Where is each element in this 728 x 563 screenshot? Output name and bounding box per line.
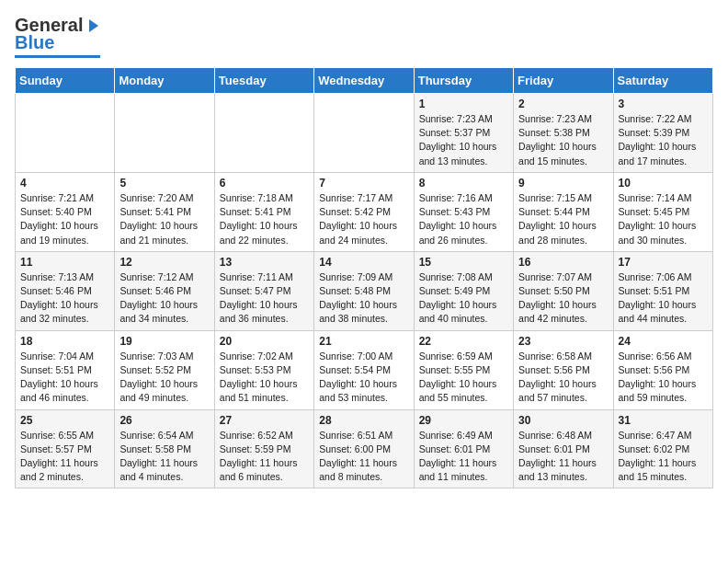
day-info: Sunrise: 6:51 AM Sunset: 6:00 PM Dayligh…: [319, 429, 408, 485]
day-info: Sunrise: 7:23 AM Sunset: 5:38 PM Dayligh…: [518, 112, 608, 168]
day-number: 3: [619, 98, 708, 110]
day-info: Sunrise: 7:12 AM Sunset: 5:46 PM Dayligh…: [119, 270, 209, 327]
day-number: 19: [119, 335, 209, 348]
calendar-cell: 25Sunrise: 6:55 AM Sunset: 5:57 PM Dayli…: [16, 409, 115, 488]
day-number: 17: [619, 256, 708, 269]
day-info: Sunrise: 7:04 AM Sunset: 5:51 PM Dayligh…: [20, 350, 109, 406]
calendar-cell: [115, 94, 214, 173]
calendar-week-row: 25Sunrise: 6:55 AM Sunset: 5:57 PM Dayli…: [16, 409, 713, 488]
day-info: Sunrise: 7:14 AM Sunset: 5:45 PM Dayligh…: [619, 191, 708, 247]
day-info: Sunrise: 7:07 AM Sunset: 5:50 PM Dayligh…: [518, 270, 608, 327]
day-number: 1: [419, 98, 508, 110]
calendar-cell: 5Sunrise: 7:20 AM Sunset: 5:41 PM Daylig…: [115, 172, 214, 251]
calendar-cell: 24Sunrise: 6:56 AM Sunset: 5:56 PM Dayli…: [613, 330, 712, 409]
day-info: Sunrise: 7:23 AM Sunset: 5:37 PM Dayligh…: [419, 112, 508, 168]
calendar-cell: 29Sunrise: 6:49 AM Sunset: 6:01 PM Dayli…: [414, 409, 513, 488]
calendar-cell: 22Sunrise: 6:59 AM Sunset: 5:55 PM Dayli…: [414, 330, 513, 409]
day-number: 8: [419, 177, 508, 190]
calendar-cell: 3Sunrise: 7:22 AM Sunset: 5:39 PM Daylig…: [613, 94, 712, 173]
day-number: 6: [220, 177, 309, 190]
calendar-cell: 12Sunrise: 7:12 AM Sunset: 5:46 PM Dayli…: [115, 251, 214, 330]
day-number: 9: [518, 177, 608, 190]
day-number: 29: [419, 414, 508, 427]
calendar-cell: 7Sunrise: 7:17 AM Sunset: 5:42 PM Daylig…: [314, 172, 414, 251]
day-number: 2: [518, 98, 608, 110]
calendar-cell: [214, 94, 313, 173]
day-info: Sunrise: 7:22 AM Sunset: 5:39 PM Dayligh…: [619, 112, 708, 168]
calendar-cell: 14Sunrise: 7:09 AM Sunset: 5:48 PM Dayli…: [314, 251, 414, 330]
calendar-cell: 13Sunrise: 7:11 AM Sunset: 5:47 PM Dayli…: [214, 251, 313, 330]
day-number: 21: [319, 335, 408, 348]
calendar-cell: 8Sunrise: 7:16 AM Sunset: 5:43 PM Daylig…: [414, 172, 513, 251]
day-number: 15: [419, 256, 508, 269]
day-number: 28: [319, 414, 408, 427]
calendar-cell: 2Sunrise: 7:23 AM Sunset: 5:38 PM Daylig…: [514, 94, 613, 173]
calendar-cell: 9Sunrise: 7:15 AM Sunset: 5:44 PM Daylig…: [514, 172, 613, 251]
day-info: Sunrise: 6:59 AM Sunset: 5:55 PM Dayligh…: [419, 350, 508, 406]
day-number: 14: [319, 256, 408, 269]
day-number: 31: [619, 414, 708, 427]
day-info: Sunrise: 7:09 AM Sunset: 5:48 PM Dayligh…: [319, 270, 408, 327]
day-number: 11: [20, 256, 109, 269]
day-number: 13: [220, 256, 309, 269]
calendar-week-row: 4Sunrise: 7:21 AM Sunset: 5:40 PM Daylig…: [16, 172, 713, 251]
day-number: 27: [220, 414, 309, 427]
day-number: 10: [619, 177, 708, 190]
calendar-cell: 21Sunrise: 7:00 AM Sunset: 5:54 PM Dayli…: [314, 330, 414, 409]
calendar-cell: 30Sunrise: 6:48 AM Sunset: 6:01 PM Dayli…: [514, 409, 613, 488]
day-number: 26: [119, 414, 209, 427]
col-header-sunday: Sunday: [16, 68, 115, 94]
day-info: Sunrise: 7:06 AM Sunset: 5:51 PM Dayligh…: [619, 270, 708, 327]
calendar-week-row: 11Sunrise: 7:13 AM Sunset: 5:46 PM Dayli…: [16, 251, 713, 330]
day-info: Sunrise: 7:11 AM Sunset: 5:47 PM Dayligh…: [220, 270, 309, 327]
day-info: Sunrise: 6:48 AM Sunset: 6:01 PM Dayligh…: [518, 429, 608, 485]
day-info: Sunrise: 6:52 AM Sunset: 5:59 PM Dayligh…: [220, 429, 309, 485]
calendar-cell: 6Sunrise: 7:18 AM Sunset: 5:41 PM Daylig…: [214, 172, 313, 251]
col-header-tuesday: Tuesday: [214, 68, 313, 94]
day-info: Sunrise: 7:13 AM Sunset: 5:46 PM Dayligh…: [20, 270, 109, 327]
calendar-cell: 16Sunrise: 7:07 AM Sunset: 5:50 PM Dayli…: [514, 251, 613, 330]
day-info: Sunrise: 6:55 AM Sunset: 5:57 PM Dayligh…: [20, 429, 109, 485]
logo-triangle-icon: [84, 17, 100, 34]
day-info: Sunrise: 7:15 AM Sunset: 5:44 PM Dayligh…: [518, 191, 608, 247]
calendar-cell: 11Sunrise: 7:13 AM Sunset: 5:46 PM Dayli…: [16, 251, 115, 330]
col-header-friday: Friday: [514, 68, 613, 94]
calendar-cell: 15Sunrise: 7:08 AM Sunset: 5:49 PM Dayli…: [414, 251, 513, 330]
col-header-saturday: Saturday: [613, 68, 712, 94]
calendar-cell: 4Sunrise: 7:21 AM Sunset: 5:40 PM Daylig…: [16, 172, 115, 251]
calendar-week-row: 1Sunrise: 7:23 AM Sunset: 5:37 PM Daylig…: [16, 94, 713, 173]
day-info: Sunrise: 6:49 AM Sunset: 6:01 PM Dayligh…: [419, 429, 508, 485]
calendar-cell: 27Sunrise: 6:52 AM Sunset: 5:59 PM Dayli…: [214, 409, 313, 488]
page-header: General Blue: [15, 15, 713, 58]
calendar-week-row: 18Sunrise: 7:04 AM Sunset: 5:51 PM Dayli…: [16, 330, 713, 409]
col-header-monday: Monday: [115, 68, 214, 94]
day-number: 30: [518, 414, 608, 427]
calendar-cell: 20Sunrise: 7:02 AM Sunset: 5:53 PM Dayli…: [214, 330, 313, 409]
col-header-thursday: Thursday: [414, 68, 513, 94]
calendar-cell: [314, 94, 414, 173]
day-info: Sunrise: 7:00 AM Sunset: 5:54 PM Dayligh…: [319, 350, 408, 406]
day-number: 16: [518, 256, 608, 269]
svg-marker-0: [89, 19, 98, 32]
col-header-wednesday: Wednesday: [314, 68, 414, 94]
day-number: 5: [119, 177, 209, 190]
day-info: Sunrise: 7:16 AM Sunset: 5:43 PM Dayligh…: [419, 191, 508, 247]
calendar-cell: 1Sunrise: 7:23 AM Sunset: 5:37 PM Daylig…: [414, 94, 513, 173]
day-info: Sunrise: 7:18 AM Sunset: 5:41 PM Dayligh…: [220, 191, 309, 247]
day-number: 7: [319, 177, 408, 190]
day-info: Sunrise: 7:08 AM Sunset: 5:49 PM Dayligh…: [419, 270, 508, 327]
calendar-table: SundayMondayTuesdayWednesdayThursdayFrid…: [15, 67, 713, 488]
calendar-cell: 17Sunrise: 7:06 AM Sunset: 5:51 PM Dayli…: [613, 251, 712, 330]
day-info: Sunrise: 6:54 AM Sunset: 5:58 PM Dayligh…: [119, 429, 209, 485]
day-info: Sunrise: 6:47 AM Sunset: 6:02 PM Dayligh…: [619, 429, 708, 485]
calendar-cell: 26Sunrise: 6:54 AM Sunset: 5:58 PM Dayli…: [115, 409, 214, 488]
day-info: Sunrise: 6:58 AM Sunset: 5:56 PM Dayligh…: [518, 350, 608, 406]
calendar-cell: 10Sunrise: 7:14 AM Sunset: 5:45 PM Dayli…: [613, 172, 712, 251]
day-number: 25: [20, 414, 109, 427]
logo-underline: [15, 55, 100, 58]
calendar-cell: [16, 94, 115, 173]
calendar-cell: 28Sunrise: 6:51 AM Sunset: 6:00 PM Dayli…: [314, 409, 414, 488]
day-info: Sunrise: 6:56 AM Sunset: 5:56 PM Dayligh…: [619, 350, 708, 406]
logo: General Blue: [15, 15, 100, 58]
logo-blue-text: Blue: [15, 32, 54, 53]
